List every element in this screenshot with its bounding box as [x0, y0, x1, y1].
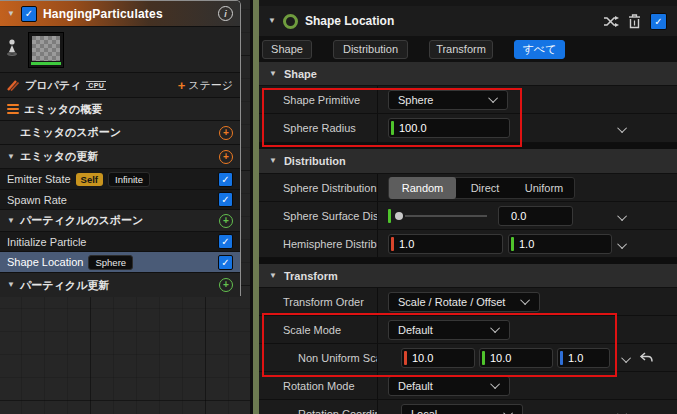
stack-item-properties[interactable]: プロパティ CPU + ステージ [0, 73, 240, 98]
section-arrow-icon[interactable] [269, 70, 277, 78]
property-label: Rotation Coordinate [259, 400, 378, 414]
module-label: Spawn Rate [7, 194, 67, 206]
filter-tabs: Shape Distribution Transform すべて [259, 36, 677, 62]
cpu-badge: CPU [86, 81, 106, 90]
non-uniform-scale-z-input[interactable]: 1.0 [557, 348, 610, 368]
tab-shape[interactable]: Shape [262, 40, 312, 59]
property-label: Sphere Radius [259, 114, 378, 142]
add-module-icon[interactable] [219, 278, 233, 292]
expand-arrow-icon[interactable] [7, 281, 15, 289]
transform-order-dropdown[interactable]: Scale / Rotate / Offset [388, 292, 540, 312]
x-axis-color-bar [391, 237, 394, 251]
option-random[interactable]: Random [389, 177, 456, 199]
module-header[interactable]: Shape Location [259, 6, 677, 36]
option-direct[interactable]: Direct [456, 177, 514, 199]
properties-icon [7, 79, 20, 91]
hemisphere-y-input[interactable]: 1.0 [508, 234, 612, 254]
module-label: Emitter State [7, 173, 71, 185]
section-label: Transform [284, 270, 338, 282]
stack-module-shape-location[interactable]: Shape Location Sphere [0, 252, 240, 273]
emitter-thumbnail[interactable] [28, 32, 64, 68]
add-module-icon[interactable] [219, 150, 233, 164]
thumbnail-underline [31, 62, 61, 65]
scale-mode-dropdown[interactable]: Default [388, 320, 510, 340]
emitter-node-header[interactable]: HangingParticulates [0, 1, 240, 27]
info-icon[interactable] [218, 6, 233, 21]
tab-distribution[interactable]: Distribution [333, 40, 408, 59]
expand-arrow-icon[interactable] [7, 217, 15, 225]
row-sphere-distribution: Sphere Distribution Random Direct Unifor… [259, 174, 677, 202]
stack-group-particle-spawn[interactable]: パーティクルのスポーン [0, 210, 240, 232]
delete-icon[interactable] [628, 14, 641, 29]
infinite-badge: Infinite [108, 172, 150, 187]
selection-details-panel: Shape Location [250, 0, 677, 414]
rotation-coordinate-dropdown[interactable]: Local [401, 404, 523, 414]
row-shape-primitive: Shape Primitive Sphere [259, 86, 677, 114]
input-value: 100.0 [399, 122, 427, 134]
section-header-distribution[interactable]: Distribution [259, 149, 677, 174]
sphere-badge: Sphere [88, 255, 133, 270]
stack-module-spawn-rate[interactable]: Spawn Rate [0, 190, 240, 210]
stack-item-emitter-summary[interactable]: エミッタの概要 [0, 98, 240, 121]
slider-track[interactable] [405, 215, 487, 217]
input-value: 0.0 [511, 210, 526, 222]
graph-canvas[interactable]: HangingParticulates [0, 0, 250, 414]
add-module-icon[interactable] [219, 214, 233, 228]
slider-knob[interactable] [395, 212, 403, 220]
stack-module-emitter-state[interactable]: Emitter State Self Infinite [0, 169, 240, 190]
rotation-mode-dropdown[interactable]: Default [388, 376, 510, 396]
property-label: Hemisphere Distribution [259, 230, 378, 257]
stack-module-initialize-particle[interactable]: Initialize Particle [0, 232, 240, 252]
module-enabled-checkbox[interactable] [218, 192, 233, 207]
collapse-arrow-icon[interactable] [7, 10, 15, 18]
stack-group-emitter-update[interactable]: エミッタの更新 [0, 145, 240, 169]
group-label: パーティクルのスポーン [20, 213, 143, 228]
dropdown-value: Default [398, 324, 433, 336]
row-hemisphere-distribution: Hemisphere Distribution 1.0 1.0 [259, 230, 677, 258]
module-enabled-checkbox[interactable] [218, 255, 233, 270]
module-enabled-checkbox[interactable] [218, 172, 233, 187]
add-stage-button[interactable]: + ステージ [178, 78, 233, 93]
sphere-surface-input[interactable]: 0.0 [498, 206, 573, 226]
property-label: Non Uniform Scale [259, 344, 378, 371]
row-transform-order: Transform Order Scale / Rotate / Offset [259, 288, 677, 316]
tab-all[interactable]: すべて [514, 40, 565, 59]
input-value: 1.0 [568, 352, 583, 364]
plus-icon: + [178, 79, 186, 92]
group-label: エミッタの概要 [24, 102, 102, 117]
expand-arrow-icon[interactable] [7, 153, 15, 161]
add-module-icon[interactable] [219, 126, 233, 140]
chevron-down-icon [488, 93, 498, 103]
shuffle-icon[interactable] [603, 15, 619, 28]
collapse-arrow-icon[interactable] [268, 17, 276, 25]
module-enabled-checkbox[interactable] [218, 234, 233, 249]
row-scale-mode: Scale Mode Default [259, 316, 677, 344]
stack-group-emitter-spawn[interactable]: エミッタのスポーン [0, 121, 240, 145]
row-rotation-mode: Rotation Mode Default [259, 372, 677, 400]
hemisphere-x-input[interactable]: 1.0 [388, 234, 503, 254]
sphere-surface-slider[interactable] [388, 209, 487, 223]
emitter-enabled-checkbox[interactable] [21, 6, 37, 22]
section-header-shape[interactable]: Shape [259, 62, 677, 86]
section-header-transform[interactable]: Transform [259, 264, 677, 288]
sphere-distribution-segmented: Random Direct Uniform [388, 177, 575, 199]
summary-list-icon [7, 104, 19, 114]
dropdown-value: Scale / Rotate / Offset [398, 296, 505, 308]
sphere-radius-input[interactable]: 100.0 [388, 118, 510, 138]
emitter-preview-row [0, 27, 240, 73]
option-uniform[interactable]: Uniform [514, 177, 574, 199]
row-sphere-radius: Sphere Radius 100.0 [259, 114, 677, 143]
dropdown-value: Sphere [398, 94, 433, 106]
non-uniform-scale-y-input[interactable]: 10.0 [479, 348, 553, 368]
tab-transform[interactable]: Transform [429, 40, 493, 59]
section-arrow-icon[interactable] [269, 157, 277, 165]
chevron-down-icon [520, 295, 530, 305]
stack-group-particle-update[interactable]: パーティクル更新 [0, 273, 240, 297]
shape-primitive-dropdown[interactable]: Sphere [388, 90, 508, 110]
group-label: エミッタのスポーン [20, 125, 121, 140]
reset-to-default-icon[interactable] [639, 352, 653, 364]
module-enabled-checkbox[interactable] [650, 13, 667, 30]
row-sphere-surface-distribution: Sphere Surface Distribution 0.0 [259, 202, 677, 230]
section-arrow-icon[interactable] [269, 272, 277, 280]
non-uniform-scale-x-input[interactable]: 10.0 [401, 348, 475, 368]
